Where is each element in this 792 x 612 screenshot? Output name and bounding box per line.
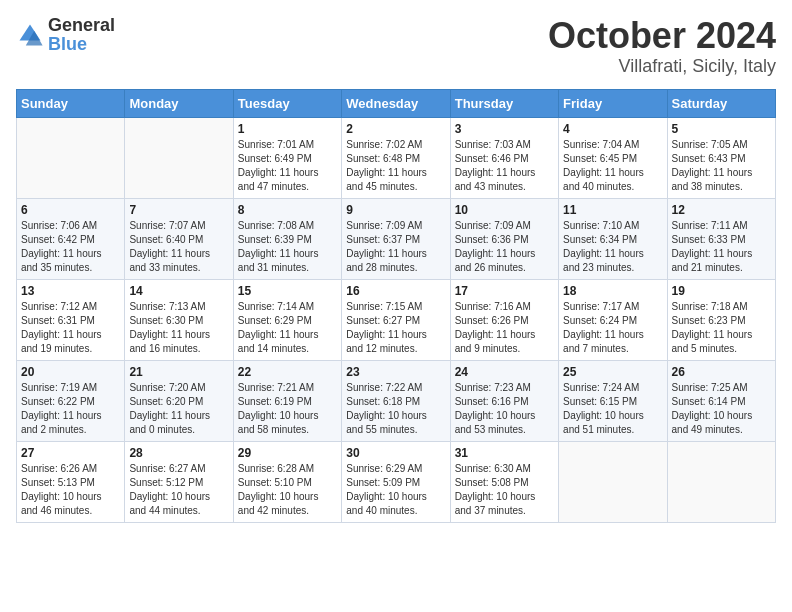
cell-info: Sunrise: 7:03 AMSunset: 6:46 PMDaylight:… — [455, 138, 554, 194]
header-thursday: Thursday — [450, 89, 558, 117]
calendar-cell: 29Sunrise: 6:28 AMSunset: 5:10 PMDayligh… — [233, 441, 341, 522]
calendar-week-row: 6Sunrise: 7:06 AMSunset: 6:42 PMDaylight… — [17, 198, 776, 279]
calendar-cell: 27Sunrise: 6:26 AMSunset: 5:13 PMDayligh… — [17, 441, 125, 522]
cell-info: Sunrise: 7:05 AMSunset: 6:43 PMDaylight:… — [672, 138, 771, 194]
cell-day-number: 2 — [346, 122, 445, 136]
header-friday: Friday — [559, 89, 667, 117]
logo: General Blue — [16, 16, 115, 54]
calendar-cell: 30Sunrise: 6:29 AMSunset: 5:09 PMDayligh… — [342, 441, 450, 522]
logo-text-general: General — [48, 15, 115, 35]
cell-day-number: 16 — [346, 284, 445, 298]
header-saturday: Saturday — [667, 89, 775, 117]
calendar-cell: 19Sunrise: 7:18 AMSunset: 6:23 PMDayligh… — [667, 279, 775, 360]
calendar-cell — [667, 441, 775, 522]
cell-day-number: 23 — [346, 365, 445, 379]
cell-day-number: 24 — [455, 365, 554, 379]
header-sunday: Sunday — [17, 89, 125, 117]
calendar-cell: 15Sunrise: 7:14 AMSunset: 6:29 PMDayligh… — [233, 279, 341, 360]
cell-info: Sunrise: 7:07 AMSunset: 6:40 PMDaylight:… — [129, 219, 228, 275]
calendar-cell: 21Sunrise: 7:20 AMSunset: 6:20 PMDayligh… — [125, 360, 233, 441]
cell-info: Sunrise: 7:02 AMSunset: 6:48 PMDaylight:… — [346, 138, 445, 194]
cell-info: Sunrise: 7:12 AMSunset: 6:31 PMDaylight:… — [21, 300, 120, 356]
page-title: October 2024 — [548, 16, 776, 56]
cell-info: Sunrise: 7:11 AMSunset: 6:33 PMDaylight:… — [672, 219, 771, 275]
cell-info: Sunrise: 7:19 AMSunset: 6:22 PMDaylight:… — [21, 381, 120, 437]
cell-info: Sunrise: 7:17 AMSunset: 6:24 PMDaylight:… — [563, 300, 662, 356]
cell-info: Sunrise: 7:06 AMSunset: 6:42 PMDaylight:… — [21, 219, 120, 275]
cell-info: Sunrise: 7:25 AMSunset: 6:14 PMDaylight:… — [672, 381, 771, 437]
cell-day-number: 20 — [21, 365, 120, 379]
cell-day-number: 11 — [563, 203, 662, 217]
cell-day-number: 19 — [672, 284, 771, 298]
calendar-week-row: 27Sunrise: 6:26 AMSunset: 5:13 PMDayligh… — [17, 441, 776, 522]
cell-day-number: 15 — [238, 284, 337, 298]
header-tuesday: Tuesday — [233, 89, 341, 117]
logo-icon — [16, 21, 44, 49]
cell-day-number: 30 — [346, 446, 445, 460]
cell-info: Sunrise: 6:27 AMSunset: 5:12 PMDaylight:… — [129, 462, 228, 518]
cell-day-number: 4 — [563, 122, 662, 136]
cell-day-number: 5 — [672, 122, 771, 136]
calendar-cell — [17, 117, 125, 198]
calendar-cell: 20Sunrise: 7:19 AMSunset: 6:22 PMDayligh… — [17, 360, 125, 441]
cell-info: Sunrise: 7:09 AMSunset: 6:36 PMDaylight:… — [455, 219, 554, 275]
cell-info: Sunrise: 6:30 AMSunset: 5:08 PMDaylight:… — [455, 462, 554, 518]
calendar-cell: 10Sunrise: 7:09 AMSunset: 6:36 PMDayligh… — [450, 198, 558, 279]
title-block: October 2024 Villafrati, Sicily, Italy — [548, 16, 776, 77]
calendar-cell: 24Sunrise: 7:23 AMSunset: 6:16 PMDayligh… — [450, 360, 558, 441]
cell-day-number: 31 — [455, 446, 554, 460]
page-subtitle: Villafrati, Sicily, Italy — [548, 56, 776, 77]
calendar-cell: 25Sunrise: 7:24 AMSunset: 6:15 PMDayligh… — [559, 360, 667, 441]
cell-day-number: 25 — [563, 365, 662, 379]
cell-day-number: 1 — [238, 122, 337, 136]
calendar-cell: 16Sunrise: 7:15 AMSunset: 6:27 PMDayligh… — [342, 279, 450, 360]
logo-text-blue: Blue — [48, 34, 87, 54]
calendar-cell: 28Sunrise: 6:27 AMSunset: 5:12 PMDayligh… — [125, 441, 233, 522]
cell-info: Sunrise: 7:14 AMSunset: 6:29 PMDaylight:… — [238, 300, 337, 356]
cell-day-number: 28 — [129, 446, 228, 460]
calendar-cell: 8Sunrise: 7:08 AMSunset: 6:39 PMDaylight… — [233, 198, 341, 279]
cell-day-number: 26 — [672, 365, 771, 379]
calendar-cell — [559, 441, 667, 522]
cell-info: Sunrise: 7:21 AMSunset: 6:19 PMDaylight:… — [238, 381, 337, 437]
calendar-cell: 22Sunrise: 7:21 AMSunset: 6:19 PMDayligh… — [233, 360, 341, 441]
cell-day-number: 29 — [238, 446, 337, 460]
calendar-week-row: 20Sunrise: 7:19 AMSunset: 6:22 PMDayligh… — [17, 360, 776, 441]
cell-day-number: 18 — [563, 284, 662, 298]
cell-info: Sunrise: 6:28 AMSunset: 5:10 PMDaylight:… — [238, 462, 337, 518]
calendar-cell: 1Sunrise: 7:01 AMSunset: 6:49 PMDaylight… — [233, 117, 341, 198]
cell-info: Sunrise: 7:09 AMSunset: 6:37 PMDaylight:… — [346, 219, 445, 275]
cell-day-number: 17 — [455, 284, 554, 298]
cell-day-number: 6 — [21, 203, 120, 217]
cell-info: Sunrise: 7:13 AMSunset: 6:30 PMDaylight:… — [129, 300, 228, 356]
cell-info: Sunrise: 7:10 AMSunset: 6:34 PMDaylight:… — [563, 219, 662, 275]
cell-info: Sunrise: 7:16 AMSunset: 6:26 PMDaylight:… — [455, 300, 554, 356]
calendar-cell: 9Sunrise: 7:09 AMSunset: 6:37 PMDaylight… — [342, 198, 450, 279]
cell-info: Sunrise: 7:15 AMSunset: 6:27 PMDaylight:… — [346, 300, 445, 356]
calendar-cell: 26Sunrise: 7:25 AMSunset: 6:14 PMDayligh… — [667, 360, 775, 441]
cell-info: Sunrise: 7:18 AMSunset: 6:23 PMDaylight:… — [672, 300, 771, 356]
cell-day-number: 14 — [129, 284, 228, 298]
header-monday: Monday — [125, 89, 233, 117]
calendar-cell: 5Sunrise: 7:05 AMSunset: 6:43 PMDaylight… — [667, 117, 775, 198]
cell-day-number: 7 — [129, 203, 228, 217]
calendar-week-row: 13Sunrise: 7:12 AMSunset: 6:31 PMDayligh… — [17, 279, 776, 360]
calendar-cell: 4Sunrise: 7:04 AMSunset: 6:45 PMDaylight… — [559, 117, 667, 198]
calendar-cell: 13Sunrise: 7:12 AMSunset: 6:31 PMDayligh… — [17, 279, 125, 360]
calendar-cell: 23Sunrise: 7:22 AMSunset: 6:18 PMDayligh… — [342, 360, 450, 441]
cell-info: Sunrise: 7:22 AMSunset: 6:18 PMDaylight:… — [346, 381, 445, 437]
cell-info: Sunrise: 6:26 AMSunset: 5:13 PMDaylight:… — [21, 462, 120, 518]
calendar-header-row: SundayMondayTuesdayWednesdayThursdayFrid… — [17, 89, 776, 117]
calendar-cell: 6Sunrise: 7:06 AMSunset: 6:42 PMDaylight… — [17, 198, 125, 279]
calendar-cell: 14Sunrise: 7:13 AMSunset: 6:30 PMDayligh… — [125, 279, 233, 360]
cell-day-number: 10 — [455, 203, 554, 217]
calendar-cell: 11Sunrise: 7:10 AMSunset: 6:34 PMDayligh… — [559, 198, 667, 279]
cell-day-number: 13 — [21, 284, 120, 298]
calendar-cell: 3Sunrise: 7:03 AMSunset: 6:46 PMDaylight… — [450, 117, 558, 198]
calendar-cell: 18Sunrise: 7:17 AMSunset: 6:24 PMDayligh… — [559, 279, 667, 360]
cell-info: Sunrise: 7:01 AMSunset: 6:49 PMDaylight:… — [238, 138, 337, 194]
cell-info: Sunrise: 7:20 AMSunset: 6:20 PMDaylight:… — [129, 381, 228, 437]
cell-day-number: 22 — [238, 365, 337, 379]
cell-day-number: 12 — [672, 203, 771, 217]
page-header: General Blue October 2024 Villafrati, Si… — [16, 16, 776, 77]
